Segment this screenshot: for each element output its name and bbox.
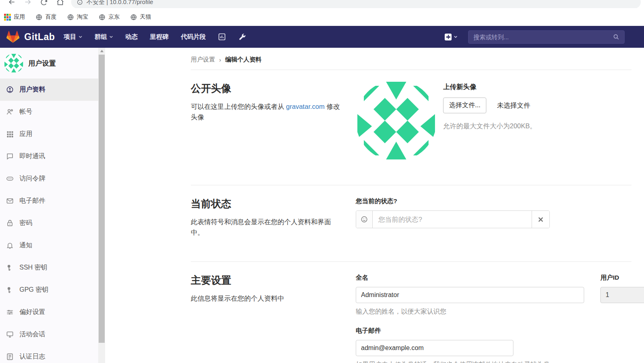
sidebar-item-gpg-keys[interactable]: GPG 密钥 xyxy=(0,279,98,301)
chevron-down-icon xyxy=(454,35,458,39)
max-file-size-help: 允许的最大文件大小为200KB。 xyxy=(443,122,536,131)
sidebar-item-emails[interactable]: 电子邮件 xyxy=(0,190,98,212)
scrollbar-thumb[interactable] xyxy=(99,55,105,343)
sidebar-item-password[interactable]: 密码 xyxy=(0,212,98,234)
section-public-avatar: 公开头像 可以在这里上传您的头像或者从 gravatar.com 修改头像 上传… xyxy=(191,70,644,179)
section-description: 此表情符号和消息会显示在您的个人资料和界面中。 xyxy=(191,217,342,238)
close-icon xyxy=(538,217,543,222)
emoji-picker-button[interactable] xyxy=(356,211,373,228)
nav-item-groups[interactable]: 群组 xyxy=(95,33,113,41)
gitlab-logo-icon[interactable] xyxy=(6,31,19,43)
section-title: 主要设置 xyxy=(191,274,356,287)
sidebar-item-ssh-keys[interactable]: SSH 密钥 xyxy=(0,257,98,279)
bookmark-label: 百度 xyxy=(45,13,57,21)
home-icon[interactable] xyxy=(56,0,65,6)
info-icon xyxy=(77,0,83,5)
breadcrumb-user-settings[interactable]: 用户设置 xyxy=(191,56,215,64)
search-input[interactable] xyxy=(473,34,613,40)
bookmark-apps[interactable]: 应用 xyxy=(4,13,25,21)
new-menu-button[interactable] xyxy=(445,34,458,40)
email-input[interactable] xyxy=(356,340,513,356)
choose-file-button[interactable]: 选择文件... xyxy=(443,98,486,113)
bookmark-baidu[interactable]: 百度 xyxy=(36,13,57,21)
scroll-up-icon[interactable] xyxy=(98,48,105,54)
breadcrumb-separator: › xyxy=(219,56,221,63)
section-title: 当前状态 xyxy=(191,197,356,210)
profile-avatar-image xyxy=(356,80,437,161)
globe-icon xyxy=(130,14,137,21)
sidebar-item-label: 帐号 xyxy=(19,108,32,116)
bell-icon xyxy=(6,242,14,249)
bookmark-label: 天猫 xyxy=(140,13,151,21)
wrench-icon[interactable] xyxy=(238,33,246,41)
sidebar-item-notifications[interactable]: 通知 xyxy=(0,234,98,257)
bookmark-taobao[interactable]: 淘宝 xyxy=(67,13,88,21)
bookmark-label: 淘宝 xyxy=(77,13,88,21)
sidebar-item-label: GPG 密钥 xyxy=(19,286,49,294)
user-id-label: 用户ID xyxy=(600,274,644,282)
sidebar-item-auth-log[interactable]: 认证日志 xyxy=(0,346,98,363)
sidebar-item-account[interactable]: 帐号 xyxy=(0,101,98,123)
reload-icon[interactable] xyxy=(40,0,49,6)
upload-avatar-title: 上传新头像 xyxy=(443,83,536,91)
sidebar-item-preferences[interactable]: 偏好设置 xyxy=(0,301,98,323)
key-icon xyxy=(6,286,14,294)
sidebar-item-active-sessions[interactable]: 活动会话 xyxy=(0,323,98,346)
gitlab-wordmark[interactable]: GitLab xyxy=(24,32,55,42)
breadcrumb: 用户设置 › 编辑个人资料 xyxy=(191,56,644,64)
breadcrumb-current: 编辑个人资料 xyxy=(225,56,262,64)
profile-content: 用户设置 › 编辑个人资料 公开头像 可以在这里上传您的头像或者从 gravat… xyxy=(105,48,644,363)
nav-item-snippets[interactable]: 代码片段 xyxy=(181,33,206,41)
nav-item-activity[interactable]: 动态 xyxy=(125,33,138,41)
bookmark-label: 京东 xyxy=(108,13,120,21)
sidebar-item-label: 偏好设置 xyxy=(19,308,45,316)
smiley-icon xyxy=(361,216,368,223)
email-label: 电子邮件 xyxy=(356,327,644,335)
clear-status-button[interactable] xyxy=(532,211,549,228)
sidebar-item-profile[interactable]: 用户资料 xyxy=(0,79,98,101)
globe-icon xyxy=(36,14,42,21)
forward-icon[interactable] xyxy=(23,0,32,6)
sidebar-item-label: 通知 xyxy=(19,241,32,250)
search-icon[interactable] xyxy=(613,34,619,40)
status-message-input[interactable] xyxy=(373,211,532,228)
sliders-icon xyxy=(6,308,14,316)
chart-icon[interactable] xyxy=(218,33,226,41)
nav-item-label: 代码片段 xyxy=(181,33,206,41)
bookmark-tmall[interactable]: 天猫 xyxy=(130,13,151,21)
status-input-group xyxy=(356,210,550,228)
chevron-down-icon xyxy=(78,35,82,39)
section-description: 可以在这里上传您的头像或者从 gravatar.com 修改头像 xyxy=(191,102,342,122)
desc-text: 可以在这里上传您的头像或者从 xyxy=(191,103,286,110)
sidebar-scrollbar[interactable] xyxy=(98,48,105,363)
gravatar-link[interactable]: gravatar.com xyxy=(286,103,325,110)
bookmark-jd[interactable]: 京东 xyxy=(99,13,120,21)
sidebar-item-label: 活动会话 xyxy=(19,330,45,339)
address-bar[interactable]: 不安全 | 10.0.0.77/profile xyxy=(71,0,641,8)
status-label: 您当前的状态? xyxy=(356,197,550,206)
sidebar-item-label: 认证日志 xyxy=(19,352,45,361)
full-name-label: 全名 xyxy=(356,274,584,282)
sidebar-item-label: 电子邮件 xyxy=(19,197,45,205)
log-icon xyxy=(6,353,14,361)
globe-icon xyxy=(99,14,106,21)
section-current-status: 当前状态 此表情符号和消息会显示在您的个人资料和界面中。 您当前的状态? xyxy=(191,185,644,255)
sidebar-header: 用户设置 xyxy=(0,48,98,79)
gitlab-navbar: GitLab 项目 群组 动态 里程碑 代码片段 xyxy=(0,26,644,48)
sidebar-item-label: SSH 密钥 xyxy=(19,263,47,272)
full-name-help: 输入您的姓名，以便大家认识您 xyxy=(356,308,584,316)
sidebar-item-chat[interactable]: 即时通讯 xyxy=(0,145,98,168)
bookmarks-bar: 应用 百度 淘宝 京东 天猫 xyxy=(0,8,644,26)
user-id-input xyxy=(600,287,644,303)
sidebar-item-access-tokens[interactable]: 访问令牌 xyxy=(0,168,98,190)
address-url: 不安全 | 10.0.0.77/profile xyxy=(87,0,153,6)
global-search xyxy=(468,30,625,44)
key-icon xyxy=(6,264,14,272)
full-name-input[interactable] xyxy=(356,287,584,303)
settings-sidebar: 用户设置 用户资料 帐号 应用 即时通讯 访问令牌 电子邮件 密码 xyxy=(0,48,98,363)
apps-grid-icon xyxy=(4,14,11,21)
nav-item-projects[interactable]: 项目 xyxy=(64,33,82,41)
sidebar-item-applications[interactable]: 应用 xyxy=(0,123,98,145)
nav-item-milestones[interactable]: 里程碑 xyxy=(150,33,169,41)
back-icon[interactable] xyxy=(7,0,16,6)
